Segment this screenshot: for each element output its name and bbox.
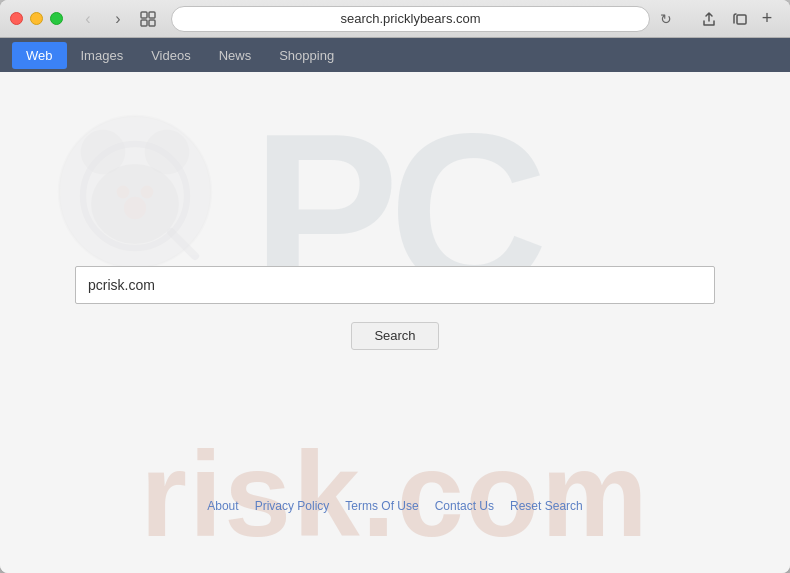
contact-us-link[interactable]: Contact Us bbox=[435, 499, 494, 513]
about-link[interactable]: About bbox=[207, 499, 238, 513]
search-area: Search bbox=[0, 266, 790, 350]
tab-shopping[interactable]: Shopping bbox=[265, 42, 348, 69]
url-text: search.pricklybears.com bbox=[340, 11, 480, 26]
address-bar[interactable]: search.pricklybears.com bbox=[171, 6, 650, 32]
close-button[interactable] bbox=[10, 12, 23, 25]
search-button[interactable]: Search bbox=[351, 322, 439, 350]
svg-point-12 bbox=[83, 144, 187, 248]
tab-news[interactable]: News bbox=[205, 42, 266, 69]
maximize-button[interactable] bbox=[50, 12, 63, 25]
svg-rect-0 bbox=[141, 12, 147, 18]
add-tab-button[interactable]: + bbox=[754, 6, 780, 32]
window-controls bbox=[10, 12, 63, 25]
browser-window: ‹ › search.pricklybears.com ↻ bbox=[0, 0, 790, 573]
page-content: PC risk.com Search About Privacy Policy … bbox=[0, 72, 790, 573]
watermark-logo bbox=[55, 112, 215, 272]
svg-point-7 bbox=[145, 130, 190, 175]
toolbar-actions bbox=[696, 6, 754, 32]
svg-point-6 bbox=[81, 130, 126, 175]
svg-rect-1 bbox=[149, 12, 155, 18]
watermark-risk-text: risk.com bbox=[140, 425, 650, 563]
title-bar: ‹ › search.pricklybears.com ↻ bbox=[0, 0, 790, 38]
search-input-wrapper bbox=[75, 266, 715, 304]
share-button[interactable] bbox=[696, 6, 722, 32]
minimize-button[interactable] bbox=[30, 12, 43, 25]
search-input[interactable] bbox=[75, 266, 715, 304]
back-button[interactable]: ‹ bbox=[75, 6, 101, 32]
svg-point-8 bbox=[91, 164, 179, 244]
tab-videos[interactable]: Videos bbox=[137, 42, 205, 69]
reset-search-link[interactable]: Reset Search bbox=[510, 499, 583, 513]
refresh-button[interactable]: ↻ bbox=[656, 9, 676, 29]
terms-of-use-link[interactable]: Terms Of Use bbox=[345, 499, 418, 513]
nav-buttons: ‹ › bbox=[75, 6, 131, 32]
svg-line-13 bbox=[171, 232, 195, 256]
footer-links: About Privacy Policy Terms Of Use Contac… bbox=[207, 499, 582, 513]
svg-point-9 bbox=[117, 186, 130, 199]
duplicate-button[interactable] bbox=[728, 6, 754, 32]
forward-button[interactable]: › bbox=[105, 6, 131, 32]
svg-rect-4 bbox=[737, 15, 746, 24]
tab-icon[interactable] bbox=[135, 6, 161, 32]
address-bar-container: search.pricklybears.com ↻ bbox=[171, 6, 676, 32]
svg-point-5 bbox=[59, 116, 211, 268]
svg-point-11 bbox=[124, 197, 146, 219]
tab-web[interactable]: Web bbox=[12, 42, 67, 69]
svg-point-10 bbox=[141, 186, 154, 199]
svg-rect-2 bbox=[141, 20, 147, 26]
svg-rect-3 bbox=[149, 20, 155, 26]
privacy-policy-link[interactable]: Privacy Policy bbox=[255, 499, 330, 513]
nav-tabs-bar: Web Images Videos News Shopping bbox=[0, 38, 790, 72]
tab-images[interactable]: Images bbox=[67, 42, 138, 69]
